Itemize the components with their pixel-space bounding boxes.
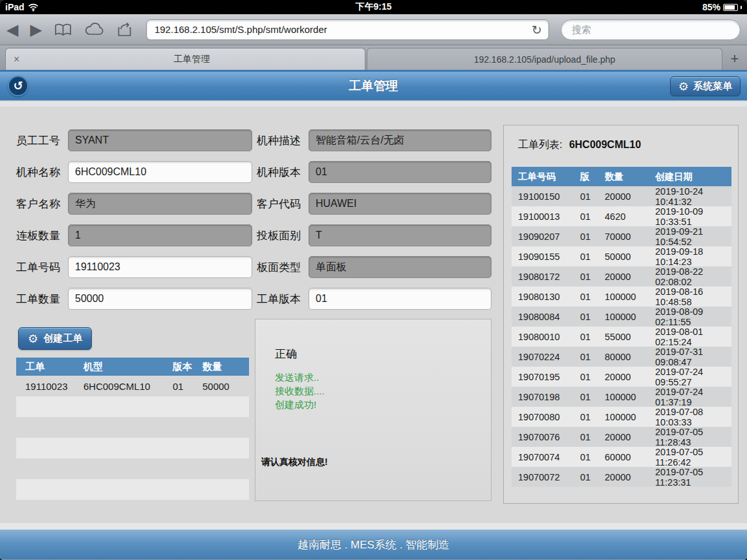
order-row[interactable]: 1908001001550002019-08-01 02:15:24	[512, 327, 731, 347]
field-input	[309, 161, 492, 183]
tab-workorder[interactable]: × 工单管理	[5, 48, 365, 70]
order-cell: 2019-08-22 02:08:02	[655, 266, 731, 287]
form-field-row: 员工工号	[16, 129, 252, 151]
forward-nav-button[interactable]: ▶	[30, 22, 41, 38]
carrier-label: iPad	[5, 2, 25, 12]
field-input	[309, 129, 492, 151]
order-cell: 01	[580, 252, 605, 262]
create-workorder-button[interactable]: ⚙ 创建工单	[18, 327, 92, 350]
share-icon[interactable]	[116, 22, 135, 38]
tab-upload-file[interactable]: 192.168.2.105/ipad/upload_file.php	[367, 48, 722, 70]
field-label: 工单版本	[257, 292, 309, 307]
order-cell: 20000	[605, 472, 655, 482]
order-cell: 55000	[605, 332, 655, 342]
bookmarks-icon[interactable]	[54, 23, 72, 37]
order-row[interactable]: 19070080011000002019-07-08 10:03:33	[512, 407, 731, 427]
status-message: 发送请求..	[275, 371, 491, 384]
field-input[interactable]	[68, 288, 252, 310]
order-cell: 01	[580, 332, 605, 342]
back-nav-button[interactable]: ◀	[6, 22, 18, 38]
order-row[interactable]: 1908017201200002019-08-22 02:08:02	[512, 266, 731, 286]
order-cell: 01	[580, 472, 605, 482]
order-cell: 19100150	[518, 191, 580, 202]
order-row[interactable]: 1907007601200002019-07-05 11:28:43	[512, 427, 731, 447]
order-row[interactable]: 1907019501200002019-07-24 09:55:27	[512, 367, 731, 387]
order-list-panel: 工单列表: 6HC009CML10 工单号码版数量创建日期 1910015001…	[503, 125, 739, 504]
order-cell: 4620	[605, 211, 655, 222]
order-cell: 50000	[605, 252, 655, 262]
undo-icon: ↺	[13, 79, 23, 93]
order-row[interactable]: 1907007201200002019-07-05 11:23:31	[512, 467, 731, 487]
tab-bar: × 工单管理 192.168.2.105/ipad/upload_file.ph…	[0, 45, 747, 70]
order-row[interactable]: 19080084011000002019-08-09 02:11:55	[512, 307, 731, 327]
field-label: 机种描述	[257, 133, 309, 148]
order-row[interactable]: 1910015001200002019-10-24 10:41:32	[512, 186, 731, 206]
status-bar: iPad 下午9:15 85%	[0, 0, 747, 14]
order-cell: 01	[580, 232, 605, 242]
close-tab-icon[interactable]: ×	[14, 54, 27, 65]
search-bar[interactable]	[561, 19, 741, 40]
order-cell: 2019-07-05 11:28:43	[655, 427, 731, 447]
order-list-title-label: 工单列表:	[518, 139, 562, 150]
order-cell: 60000	[605, 452, 655, 462]
gear-icon: ⚙	[678, 81, 689, 92]
order-row[interactable]: 1909020701700002019-09-21 10:54:52	[512, 226, 731, 246]
created-table-empty-row	[16, 396, 249, 417]
icloud-icon[interactable]	[84, 23, 105, 36]
url-bar[interactable]: ↻	[146, 19, 549, 40]
order-cell: 80000	[605, 352, 655, 362]
order-cell: 19080084	[518, 312, 580, 322]
order-cell: 01	[580, 432, 605, 442]
order-row[interactable]: 1907022401800002019-07-31 09:08:47	[512, 347, 731, 367]
tab-label: 192.168.2.105/ipad/upload_file.php	[375, 54, 714, 65]
order-list-title: 工单列表: 6HC009CML10	[518, 138, 738, 152]
page-back-button[interactable]: ↺	[8, 76, 28, 96]
order-cell: 2019-07-05 11:26:42	[655, 447, 731, 468]
created-table-body: 191100236HC009CML100150000	[16, 376, 249, 500]
field-input[interactable]	[309, 288, 492, 310]
form-col-left: 员工工号机种名称客户名称连板数量工单号码工单数量	[16, 129, 252, 319]
order-cell: 19070195	[518, 372, 580, 382]
order-list-title-value: 6HC009CML10	[569, 139, 641, 150]
order-cell: 19070198	[518, 392, 580, 402]
field-input	[68, 129, 252, 151]
order-header-cell: 创建日期	[655, 171, 731, 183]
browser-toolbar: ◀ ▶ ↻	[0, 14, 747, 45]
created-header-cell: 机型	[83, 361, 173, 373]
order-row[interactable]: 19070198011000002019-07-24 01:37:19	[512, 387, 731, 407]
order-row[interactable]: 19080130011000002019-08-16 10:48:58	[512, 286, 731, 307]
order-cell: 2019-08-09 02:11:55	[655, 307, 731, 327]
form-field-row: 工单版本	[257, 288, 492, 310]
system-menu-button[interactable]: ⚙ 系统菜单	[670, 76, 741, 96]
created-table-empty-row	[16, 458, 249, 479]
created-cell: 01	[173, 381, 202, 392]
created-table-row: 191100236HC009CML100150000	[16, 376, 249, 396]
field-input[interactable]	[68, 256, 252, 278]
order-cell: 2019-07-05 11:23:31	[655, 467, 731, 488]
created-header-cell: 版本	[173, 361, 202, 373]
search-input[interactable]	[570, 23, 731, 36]
field-input	[309, 193, 492, 215]
page-footer: 越南耐思 . MES系统 . 智能制造	[0, 530, 747, 559]
new-tab-button[interactable]: +	[722, 50, 747, 70]
order-cell: 19070074	[518, 452, 580, 462]
create-workorder-label: 创建工单	[43, 332, 82, 345]
order-cell: 01	[580, 352, 605, 362]
field-label: 工单号码	[16, 260, 68, 275]
refresh-icon[interactable]: ↻	[532, 23, 542, 37]
order-row[interactable]: 1909015501500002019-09-18 10:14:23	[512, 246, 731, 266]
url-input[interactable]	[153, 23, 532, 36]
status-title: 正确	[275, 347, 491, 361]
field-label: 客户代码	[257, 197, 309, 211]
order-cell: 2019-08-16 10:48:58	[655, 286, 731, 307]
field-input[interactable]	[68, 161, 252, 183]
order-cell: 20000	[605, 272, 655, 282]
form-field-row: 客户名称	[16, 193, 252, 215]
order-cell: 01	[580, 312, 605, 322]
order-row[interactable]: 1907007401600002019-07-05 11:26:42	[512, 447, 731, 467]
order-row[interactable]: 191000130146202019-10-09 10:33:51	[512, 206, 731, 226]
order-cell: 2019-10-09 10:33:51	[655, 206, 731, 227]
order-cell: 100000	[605, 292, 655, 302]
field-input	[309, 224, 492, 246]
order-cell: 2019-09-18 10:14:23	[655, 246, 731, 267]
